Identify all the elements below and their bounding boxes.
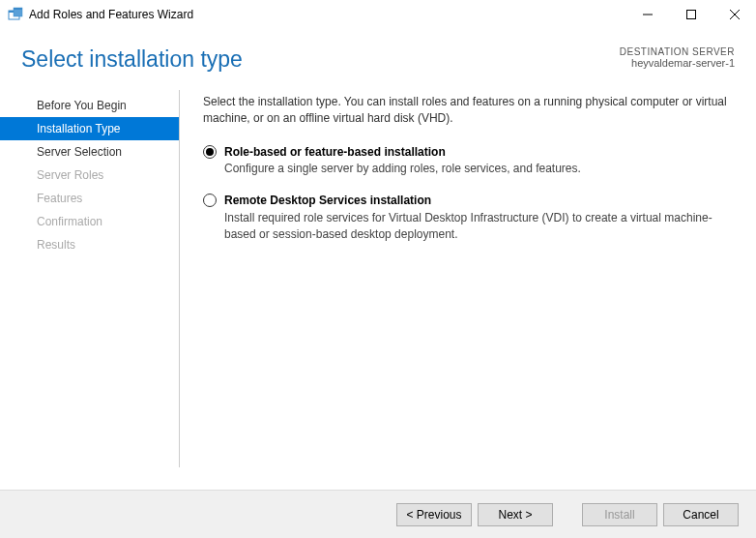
wizard-icon: [8, 7, 23, 22]
destination-server: DESTINATION SERVER heyvaldemar-server-1: [620, 46, 735, 69]
sidebar: Before You Begin Installation Type Serve…: [0, 90, 180, 467]
option-desc: Install required role services for Virtu…: [224, 210, 735, 243]
option-text: Remote Desktop Services installation Ins…: [224, 193, 735, 242]
option-text: Role-based or feature-based installation…: [224, 144, 581, 178]
step-before-you-begin[interactable]: Before You Begin: [0, 94, 179, 117]
destination-label: DESTINATION SERVER: [620, 46, 735, 57]
step-server-selection[interactable]: Server Selection: [0, 140, 179, 164]
step-server-roles: Server Roles: [0, 164, 179, 187]
step-features: Features: [0, 187, 179, 210]
cancel-button[interactable]: Cancel: [663, 503, 739, 526]
footer: < Previous Next > Install Cancel: [0, 490, 756, 538]
next-button[interactable]: Next >: [478, 503, 553, 526]
previous-button[interactable]: < Previous: [396, 503, 472, 526]
destination-value: heyvaldemar-server-1: [620, 57, 735, 69]
page-title: Select installation type: [21, 46, 243, 73]
option-desc: Configure a single server by adding role…: [224, 161, 581, 177]
step-confirmation: Confirmation: [0, 210, 179, 233]
radio-remote-desktop[interactable]: [203, 194, 217, 207]
step-results: Results: [0, 233, 179, 256]
svg-rect-3: [14, 8, 22, 10]
svg-rect-5: [686, 11, 695, 19]
install-button: Install: [582, 503, 657, 526]
option-title: Role-based or feature-based installation: [224, 144, 581, 161]
window-title: Add Roles and Features Wizard: [29, 8, 625, 21]
option-remote-desktop[interactable]: Remote Desktop Services installation Ins…: [203, 193, 735, 242]
titlebar: Add Roles and Features Wizard: [0, 0, 756, 29]
window-controls: [625, 0, 756, 29]
header: Select installation type DESTINATION SER…: [0, 29, 756, 90]
option-role-based[interactable]: Role-based or feature-based installation…: [203, 144, 735, 178]
intro-text: Select the installation type. You can in…: [203, 94, 735, 127]
maximize-button[interactable]: [669, 0, 712, 29]
radio-role-based[interactable]: [203, 145, 217, 159]
main-panel: Select the installation type. You can in…: [180, 90, 756, 467]
close-button[interactable]: [712, 0, 756, 29]
content: Before You Begin Installation Type Serve…: [0, 90, 756, 467]
option-title: Remote Desktop Services installation: [224, 193, 735, 209]
step-installation-type[interactable]: Installation Type: [0, 117, 179, 140]
minimize-button[interactable]: [625, 0, 669, 29]
